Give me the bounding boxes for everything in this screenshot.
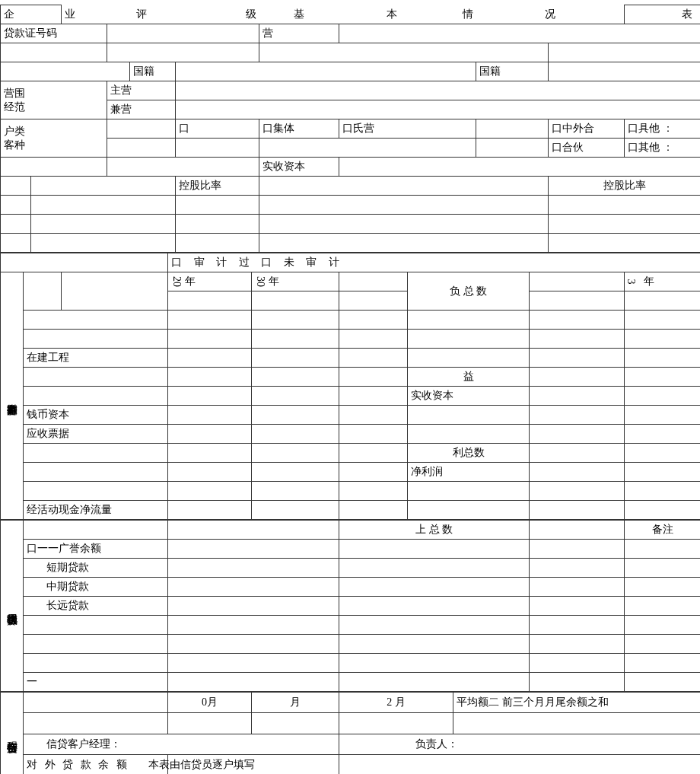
cell (1, 196, 31, 215)
cell (31, 215, 176, 234)
cell (408, 311, 530, 330)
cell (549, 196, 701, 215)
cell (625, 425, 701, 444)
cell (339, 158, 701, 177)
cell (339, 713, 453, 734)
cell (530, 406, 625, 425)
cell (24, 444, 168, 463)
fuzong-label: 负 总 数 (408, 272, 530, 311)
jianying-label: 兼营 (107, 100, 176, 119)
checkbox: 口 (176, 119, 259, 139)
cell (408, 349, 530, 368)
cell (625, 673, 701, 692)
cell (168, 311, 252, 330)
cell (168, 444, 252, 463)
cell (259, 196, 549, 215)
cell (339, 368, 408, 387)
cell (625, 330, 701, 349)
changyuan-label: 长远贷款 (24, 597, 168, 616)
month-label: 月 (252, 693, 339, 713)
cell (168, 540, 339, 559)
cell (530, 349, 625, 368)
cell (168, 482, 252, 501)
cell (176, 215, 259, 234)
title-char: 级 (176, 5, 259, 24)
zhongwaihe-label: 口中外合 (549, 119, 625, 139)
jinglirun-label: 净利润 (408, 463, 530, 482)
cell (408, 406, 530, 425)
cell (168, 349, 252, 368)
cell (24, 713, 168, 734)
note-label: 本表由信贷员逐户填写 (145, 754, 317, 774)
qita-label: 口其他 ： (625, 139, 701, 158)
title-char: 基 (259, 5, 339, 24)
cell (259, 215, 549, 234)
table-bank-credit: 客户银行信用状况 上 总 数 备注 口一一广誉余额 短期贷款 中期贷款 长远贷款… (0, 520, 700, 692)
cell (24, 635, 168, 654)
ying-label: 营 (259, 24, 339, 43)
cell (24, 616, 168, 635)
cell (107, 24, 259, 43)
nationality-label: 国籍 (476, 62, 549, 81)
shishouzb-label: 实收资本 (408, 387, 530, 406)
cell (259, 139, 476, 158)
zaijian-label: 在建工程 (24, 349, 168, 368)
cell (625, 387, 701, 406)
title-char: 企 (1, 5, 62, 24)
cell (476, 119, 549, 139)
cell (24, 693, 168, 713)
cell (252, 406, 339, 425)
cell (530, 540, 625, 559)
cell (530, 654, 625, 673)
cell (24, 387, 168, 406)
cell (549, 62, 701, 81)
cell (252, 444, 339, 463)
cell (168, 597, 339, 616)
table-header: 企 业 评 级 基 本 情 况 表 贷款证号码 营 国籍 国籍 营围经范 主营 … (0, 5, 700, 253)
cell (168, 291, 252, 311)
cell (168, 616, 339, 635)
cell (625, 311, 701, 330)
cell (168, 635, 339, 654)
duanqi-label: 短期贷款 (24, 559, 168, 578)
qianbi-label: 钱币资本 (24, 406, 168, 425)
xindai-label: 信贷客户经理： (24, 734, 339, 754)
cell (107, 119, 176, 139)
cell (530, 463, 625, 482)
cell (625, 482, 701, 501)
cell (339, 349, 408, 368)
cell (24, 272, 62, 311)
side-bank-label: 客户银行信用状况 (1, 521, 24, 692)
hulei-label: 户类客种 (1, 119, 107, 158)
month0-label: 0月 (168, 693, 252, 713)
cell (530, 673, 625, 692)
table-financial: 口 审 计 过 口 未 审 计 客户基本财务数据 20 年 30 年 负 总 数… (0, 253, 700, 520)
cell (339, 272, 408, 291)
cell (252, 501, 339, 520)
side-closeness-label: 与合行密切程度 (1, 693, 24, 775)
yi-label: 一 (24, 673, 168, 692)
cell (24, 463, 168, 482)
cell (625, 597, 701, 616)
title-char: 况 (476, 5, 625, 24)
cell (408, 425, 530, 444)
cell (339, 330, 408, 349)
cell (1, 62, 130, 81)
cell (62, 272, 168, 311)
cell (252, 387, 339, 406)
cell (252, 349, 339, 368)
cell (24, 368, 168, 387)
cell (252, 463, 339, 482)
cell (625, 368, 701, 387)
loan-cert-label: 贷款证号码 (1, 24, 107, 43)
cell (1, 234, 31, 253)
cell (31, 196, 176, 215)
cell (339, 387, 408, 406)
audit-label: 口 审 计 过 口 未 审 计 (168, 253, 701, 272)
cell (453, 713, 701, 734)
cell (530, 578, 625, 597)
fuze-label: 负责人： (339, 734, 701, 754)
cell (1, 43, 107, 62)
cell (339, 291, 408, 311)
cell (168, 654, 339, 673)
